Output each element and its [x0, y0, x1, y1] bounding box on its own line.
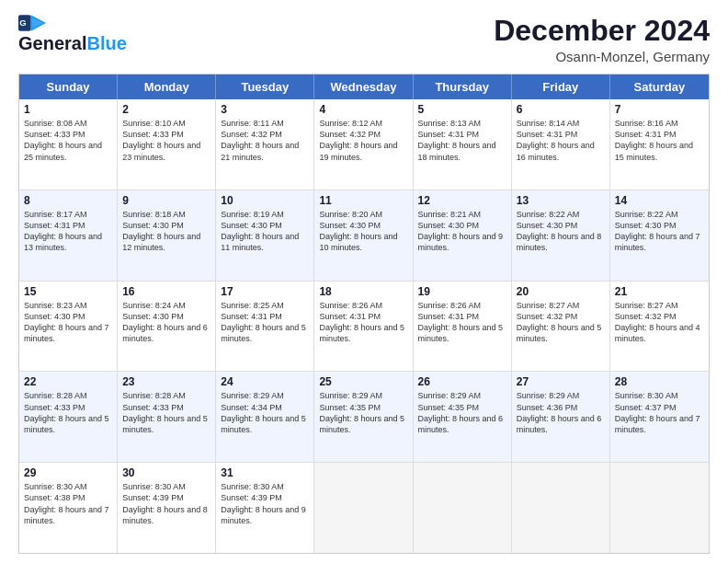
calendar-cell: 30Sunrise: 8:30 AMSunset: 4:39 PMDayligh… [118, 463, 216, 553]
calendar-cell: 23Sunrise: 8:28 AMSunset: 4:33 PMDayligh… [118, 372, 216, 462]
calendar-cell [414, 463, 512, 553]
day-number: 7 [615, 103, 704, 116]
header-sunday: Sunday [19, 75, 118, 99]
cell-info: Sunrise: 8:18 AMSunset: 4:30 PMDaylight:… [122, 209, 210, 254]
calendar-row-2: 8Sunrise: 8:17 AMSunset: 4:31 PMDaylight… [19, 190, 709, 282]
cell-info: Sunrise: 8:23 AMSunset: 4:30 PMDaylight:… [24, 300, 112, 345]
calendar-body: 1Sunrise: 8:08 AMSunset: 4:33 PMDaylight… [19, 99, 709, 553]
calendar-row-1: 1Sunrise: 8:08 AMSunset: 4:33 PMDaylight… [19, 99, 709, 190]
calendar-cell [314, 463, 413, 553]
day-number: 17 [221, 285, 309, 298]
cell-info: Sunrise: 8:29 AMSunset: 4:35 PMDaylight:… [418, 390, 506, 435]
logo-general: General [18, 33, 86, 54]
cell-info: Sunrise: 8:22 AMSunset: 4:30 PMDaylight:… [517, 209, 605, 254]
header: G General Blue December 2024 Osann-Monze… [18, 15, 710, 64]
calendar-cell: 13Sunrise: 8:22 AMSunset: 4:30 PMDayligh… [512, 190, 610, 281]
day-number: 15 [24, 285, 112, 298]
calendar-cell: 21Sunrise: 8:27 AMSunset: 4:32 PMDayligh… [610, 282, 709, 372]
logo-blue: Blue [86, 33, 126, 54]
cell-info: Sunrise: 8:27 AMSunset: 4:32 PMDaylight:… [615, 300, 704, 345]
day-number: 21 [615, 285, 704, 298]
day-number: 9 [122, 194, 210, 207]
day-number: 3 [221, 103, 309, 116]
day-number: 12 [418, 194, 506, 207]
page: G General Blue December 2024 Osann-Monze… [0, 0, 728, 563]
location: Osann-Monzel, Germany [494, 49, 710, 64]
day-number: 1 [24, 103, 112, 116]
cell-info: Sunrise: 8:16 AMSunset: 4:31 PMDaylight:… [615, 118, 704, 163]
calendar-cell: 1Sunrise: 8:08 AMSunset: 4:33 PMDaylight… [19, 99, 118, 190]
day-number: 18 [319, 285, 407, 298]
day-number: 14 [615, 194, 704, 207]
day-number: 30 [122, 466, 210, 479]
calendar-cell: 22Sunrise: 8:28 AMSunset: 4:33 PMDayligh… [19, 372, 118, 462]
calendar: Sunday Monday Tuesday Wednesday Thursday… [18, 74, 710, 554]
day-number: 23 [122, 375, 210, 388]
calendar-cell: 29Sunrise: 8:30 AMSunset: 4:38 PMDayligh… [19, 463, 118, 553]
calendar-cell: 15Sunrise: 8:23 AMSunset: 4:30 PMDayligh… [19, 282, 118, 372]
calendar-row-5: 29Sunrise: 8:30 AMSunset: 4:38 PMDayligh… [19, 463, 709, 553]
calendar-cell: 14Sunrise: 8:22 AMSunset: 4:30 PMDayligh… [610, 190, 709, 281]
calendar-cell [610, 463, 709, 553]
calendar-cell: 5Sunrise: 8:13 AMSunset: 4:31 PMDaylight… [414, 99, 512, 190]
cell-info: Sunrise: 8:29 AMSunset: 4:34 PMDaylight:… [221, 390, 309, 435]
cell-info: Sunrise: 8:27 AMSunset: 4:32 PMDaylight:… [517, 300, 605, 345]
calendar-cell [512, 463, 610, 553]
cell-info: Sunrise: 8:20 AMSunset: 4:30 PMDaylight:… [319, 209, 407, 254]
calendar-cell: 4Sunrise: 8:12 AMSunset: 4:32 PMDaylight… [314, 99, 413, 190]
day-number: 16 [122, 285, 210, 298]
logo: G General Blue [18, 15, 127, 54]
calendar-cell: 31Sunrise: 8:30 AMSunset: 4:39 PMDayligh… [216, 463, 314, 553]
day-number: 27 [517, 375, 605, 388]
day-number: 6 [517, 103, 605, 116]
cell-info: Sunrise: 8:26 AMSunset: 4:31 PMDaylight:… [319, 300, 407, 345]
calendar-cell: 16Sunrise: 8:24 AMSunset: 4:30 PMDayligh… [118, 282, 216, 372]
cell-info: Sunrise: 8:28 AMSunset: 4:33 PMDaylight:… [24, 390, 112, 435]
svg-text:G: G [19, 17, 26, 28]
calendar-cell: 26Sunrise: 8:29 AMSunset: 4:35 PMDayligh… [414, 372, 512, 462]
cell-info: Sunrise: 8:30 AMSunset: 4:39 PMDaylight:… [221, 481, 309, 526]
cell-info: Sunrise: 8:26 AMSunset: 4:31 PMDaylight:… [418, 300, 506, 345]
calendar-cell: 17Sunrise: 8:25 AMSunset: 4:31 PMDayligh… [216, 282, 314, 372]
calendar-cell: 28Sunrise: 8:30 AMSunset: 4:37 PMDayligh… [610, 372, 709, 462]
day-number: 29 [24, 466, 112, 479]
cell-info: Sunrise: 8:30 AMSunset: 4:39 PMDaylight:… [122, 481, 210, 526]
cell-info: Sunrise: 8:10 AMSunset: 4:33 PMDaylight:… [122, 118, 210, 163]
header-thursday: Thursday [414, 75, 512, 99]
calendar-row-4: 22Sunrise: 8:28 AMSunset: 4:33 PMDayligh… [19, 372, 709, 463]
cell-info: Sunrise: 8:08 AMSunset: 4:33 PMDaylight:… [24, 118, 112, 163]
calendar-cell: 20Sunrise: 8:27 AMSunset: 4:32 PMDayligh… [512, 282, 610, 372]
day-number: 26 [418, 375, 506, 388]
calendar-header: Sunday Monday Tuesday Wednesday Thursday… [19, 75, 709, 99]
cell-info: Sunrise: 8:30 AMSunset: 4:37 PMDaylight:… [615, 390, 704, 435]
day-number: 2 [122, 103, 210, 116]
day-number: 20 [517, 285, 605, 298]
day-number: 10 [221, 194, 309, 207]
day-number: 13 [517, 194, 605, 207]
day-number: 5 [418, 103, 506, 116]
header-saturday: Saturday [610, 75, 709, 99]
header-tuesday: Tuesday [216, 75, 314, 99]
calendar-cell: 6Sunrise: 8:14 AMSunset: 4:31 PMDaylight… [512, 99, 610, 190]
logo-icon: G [18, 15, 46, 31]
calendar-cell: 9Sunrise: 8:18 AMSunset: 4:30 PMDaylight… [118, 190, 216, 281]
cell-info: Sunrise: 8:19 AMSunset: 4:30 PMDaylight:… [221, 209, 309, 254]
calendar-cell: 8Sunrise: 8:17 AMSunset: 4:31 PMDaylight… [19, 190, 118, 281]
calendar-cell: 10Sunrise: 8:19 AMSunset: 4:30 PMDayligh… [216, 190, 314, 281]
calendar-cell: 24Sunrise: 8:29 AMSunset: 4:34 PMDayligh… [216, 372, 314, 462]
calendar-row-3: 15Sunrise: 8:23 AMSunset: 4:30 PMDayligh… [19, 282, 709, 373]
calendar-cell: 19Sunrise: 8:26 AMSunset: 4:31 PMDayligh… [414, 282, 512, 372]
cell-info: Sunrise: 8:29 AMSunset: 4:36 PMDaylight:… [517, 390, 605, 435]
day-number: 4 [319, 103, 407, 116]
calendar-cell: 18Sunrise: 8:26 AMSunset: 4:31 PMDayligh… [314, 282, 413, 372]
day-number: 31 [221, 466, 309, 479]
cell-info: Sunrise: 8:25 AMSunset: 4:31 PMDaylight:… [221, 300, 309, 345]
cell-info: Sunrise: 8:30 AMSunset: 4:38 PMDaylight:… [24, 481, 112, 526]
title-block: December 2024 Osann-Monzel, Germany [494, 15, 710, 64]
day-number: 8 [24, 194, 112, 207]
calendar-cell: 2Sunrise: 8:10 AMSunset: 4:33 PMDaylight… [118, 99, 216, 190]
calendar-cell: 11Sunrise: 8:20 AMSunset: 4:30 PMDayligh… [314, 190, 413, 281]
cell-info: Sunrise: 8:22 AMSunset: 4:30 PMDaylight:… [615, 209, 704, 254]
header-monday: Monday [118, 75, 216, 99]
cell-info: Sunrise: 8:17 AMSunset: 4:31 PMDaylight:… [24, 209, 112, 254]
